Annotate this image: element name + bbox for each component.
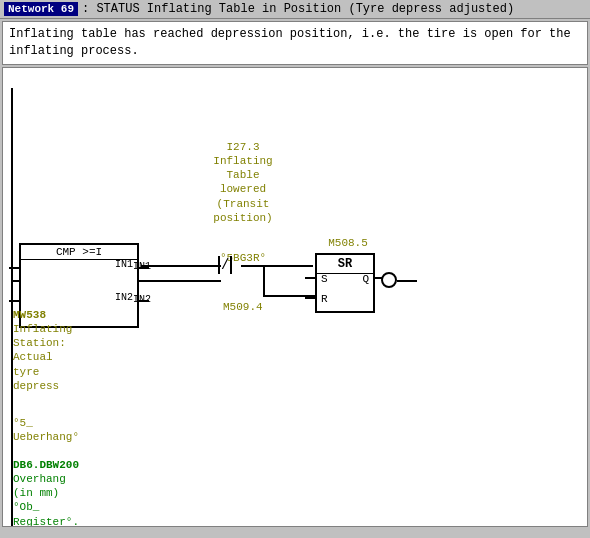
ladder-diagram: I27.3 Inflating Table lowered (Transit p… — [2, 67, 588, 527]
sr-title: SR — [317, 255, 373, 274]
m509-4-h-line — [263, 295, 315, 297]
db6-label: DB6.DBW200 Overhang (in mm) °Ob_ Registe… — [13, 458, 113, 527]
cmp-title: CMP >=I — [21, 245, 137, 260]
cmp-in2-label: IN2 — [115, 292, 133, 303]
mw538-label: MW538 Inflating Station: Actual tyre dep… — [13, 308, 93, 394]
cmp-to-contact-line — [141, 265, 221, 267]
status-text: Inflating table has reached depression p… — [9, 27, 571, 58]
right-end-line — [397, 280, 417, 282]
sr-r-line — [305, 297, 317, 299]
cmp-in1-label: IN1 — [115, 259, 133, 270]
sr-s-line — [305, 277, 317, 279]
cmp-in1-line — [9, 267, 21, 269]
bg3r-contact: / — [218, 256, 232, 274]
contact-to-sr-line — [241, 265, 313, 267]
sr-q-pin: Q — [362, 273, 369, 285]
i27-3-label: I27.3 Inflating Table lowered (Transit p… — [203, 140, 283, 226]
status-box: Inflating table has reached depression p… — [2, 21, 588, 65]
in1-label-cmp: IN1 — [133, 261, 151, 272]
ladder-content: I27.3 Inflating Table lowered (Transit p… — [3, 68, 587, 526]
sr-block: SR S Q R — [315, 253, 375, 313]
network-title: : STATUS Inflating Table in Position (Ty… — [82, 2, 514, 16]
network-header: Network 69 : STATUS Inflating Table in P… — [0, 0, 590, 19]
network-tag: Network 69 — [4, 2, 78, 16]
m509-4-v-line — [263, 265, 265, 297]
m508-5-label: M508.5 — [313, 236, 383, 250]
sr-r-pin: R — [321, 293, 328, 305]
mw538-connector — [11, 265, 13, 266]
sr-s-pin: S — [321, 273, 328, 285]
m509-4-label: M509.4 — [223, 300, 293, 314]
output-coil — [381, 272, 397, 288]
in2-label-cmp: IN2 — [133, 294, 151, 305]
cmp-in2-line — [9, 300, 21, 302]
ueberhang1-label: °5_ Ueberhang° — [13, 416, 113, 445]
